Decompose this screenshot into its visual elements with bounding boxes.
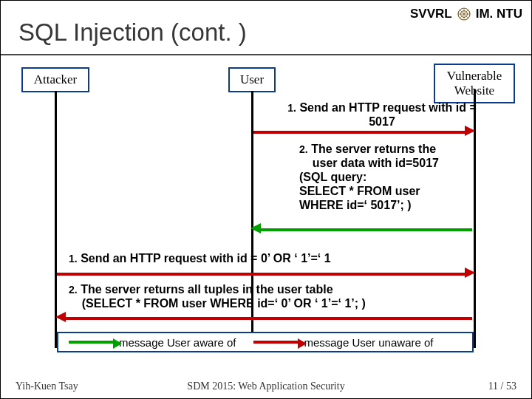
arrow-attacker-to-website [57,273,465,276]
msg2-line1: The server returns the [311,143,436,155]
legend-aware-arrow-icon [69,341,113,344]
arrow-user-to-website [253,131,465,134]
slide: SVVRL IM. NTU SQL Injection (cont. ) Att… [0,0,532,399]
legend-aware-label: message User aware of [119,336,243,349]
message-4: 2. The server returns all tuples in the … [69,283,482,311]
title-divider [1,54,531,55]
msg1-text: Send an HTTP request with id = 5017 [299,101,476,128]
arrowhead-icon [55,312,66,322]
slide-title: SQL Injection (cont. ) [18,18,247,47]
arrow-website-to-attacker [66,317,472,320]
msg4-line2: (SELECT * FROM user WHERE id=‘ 0’ OR ‘ 1… [82,297,366,310]
header-right: SVVRL IM. NTU [410,7,522,21]
legend-unaware-label: message User unaware of [304,336,440,349]
message-1: 1. Send an HTTP request with id = 5017 [286,101,478,129]
arrowhead-icon [465,267,475,278]
message-2: 2. The server returns the user data with… [299,143,484,212]
msg2-line4: SELECT * FROM user [299,185,420,197]
msg2-line3: (SQL query: [299,171,366,183]
arrowhead-icon [250,223,261,233]
footer: Yih-Kuen Tsay SDM 2015: Web Application … [1,381,531,392]
msg2-line2: user data with id=5017 [313,157,439,169]
message-3: 1. Send an HTTP request with id = 0’ OR … [69,252,468,266]
msg3-number: 1. [69,253,78,265]
lifeline-attacker [55,91,57,348]
legend: message User aware of message User unawa… [57,332,474,352]
ntu-logo-icon [457,7,471,21]
actor-website-line1: Vulnerable [447,69,502,83]
arrow-website-to-user [261,228,472,231]
msg2-line5: WHERE id=‘ 5017’; ) [299,199,412,211]
footer-venue: SDM 2015: Web Application Security [1,381,531,392]
lab-name: SVVRL [410,7,452,21]
actor-attacker: Attacker [21,67,89,92]
actor-user: User [228,67,276,92]
institute-name: IM. NTU [476,7,522,21]
msg1-number: 1. [287,102,296,114]
msg4-number: 2. [69,284,78,296]
msg3-text: Send an HTTP request with id = 0’ OR ‘ 1… [81,252,330,265]
msg2-number: 2. [299,143,308,155]
msg4-line1: The server returns all tuples in the use… [81,283,332,296]
legend-unaware-arrow-icon [253,341,298,344]
